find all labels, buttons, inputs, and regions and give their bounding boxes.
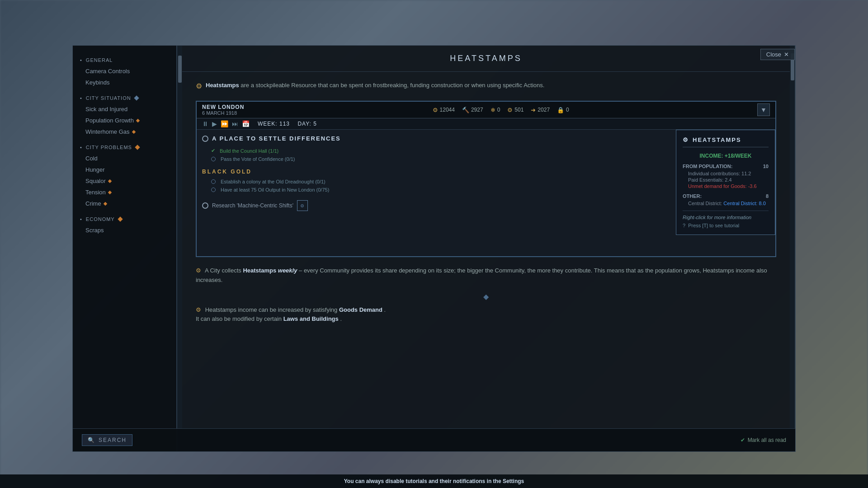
desc2-bold2: Laws and Buildings (283, 315, 339, 322)
sick-injured-label: Sick and Injured (85, 106, 127, 113)
research-quest-icon (202, 202, 208, 209)
resource-cold: ❄ 0 (491, 107, 500, 113)
individual-contributions: Individual contributions: 11.2 (688, 171, 751, 176)
sidebar-item-winterhome-gas[interactable]: Winterhome Gas (73, 126, 176, 137)
from-pop-value: 10 (763, 164, 769, 169)
close-button[interactable]: Close ✕ (760, 49, 795, 60)
sidebar-item-crime[interactable]: Crime (73, 198, 176, 209)
sidebar-item-population-growth[interactable]: Population Growth (73, 115, 176, 126)
popup-income-value: +18/WEEK (725, 153, 752, 159)
game-controls: ⏸ ▶ ⏩ ⏭ 📅 WEEK: 113 DAY: 5 (197, 118, 775, 130)
arrow-value: 2027 (538, 107, 550, 113)
bottom-bar: 🔍 SEARCH ✔ Mark all as read (73, 428, 795, 451)
sidebar-item-camera-controls[interactable]: Camera Controls (73, 66, 176, 77)
central-district-value: Central District: 8.0 (723, 201, 766, 206)
city-date: 6 MARCH 1918 (202, 110, 244, 116)
calendar-icon: 📅 (242, 120, 250, 127)
sub-quest-icon-4 (211, 188, 216, 192)
other-header: OTHER: 8 (683, 193, 769, 199)
popup-title: ⚙ HEATSTAMPS (683, 136, 769, 147)
quest-title-text: A PLACE TO SETTLE DIFFERENCES (212, 135, 341, 142)
hint-text: Right-click for more information (683, 215, 751, 220)
pause-btn[interactable]: ⏸ (202, 120, 208, 127)
page-title: HEATSTAMPS (450, 54, 522, 63)
section-header-city-situation: • CITY SITUATION (73, 93, 176, 103)
desc2-bold1: Goods Demand (339, 306, 382, 313)
sidebar-scrollbar[interactable] (177, 46, 182, 451)
sidebar-item-hunger[interactable]: Hunger (73, 164, 176, 175)
desc1-pre: A City collects (205, 267, 243, 274)
sidebar-item-tension[interactable]: Tension (73, 187, 176, 198)
sidebar-item-sick-injured[interactable]: Sick and Injured (73, 103, 176, 115)
diamond-icon-tension (108, 190, 112, 194)
sub-quest-icon-3 (211, 179, 216, 184)
desc2-pre: Heatstamps income can be increased by sa… (205, 306, 339, 313)
stamps-icon: ⚙ (507, 107, 513, 113)
scrollbar-thumb (178, 56, 182, 83)
content-scrollbar[interactable] (790, 46, 795, 451)
search-placeholder: SEARCH (99, 437, 127, 443)
settings-bold: Settings (503, 478, 524, 484)
from-pop-label: FROM POPULATION: (683, 164, 732, 169)
search-icon: 🔍 (88, 437, 95, 443)
black-gold-task-2-text: Have at least 75 Oil Output in New Londo… (221, 187, 329, 192)
section-header-economy: • ECONOMY (73, 214, 176, 225)
bullet-city-situation: • (80, 95, 82, 101)
desc2-post: . (340, 315, 342, 322)
from-population-header: FROM POPULATION: 10 (683, 164, 769, 169)
popup-icon: ⚙ (683, 136, 689, 143)
cold-label: Cold (85, 155, 98, 162)
game-preview: NEW LONDON 6 MARCH 1918 ⚙ 12044 🔨 2927 (196, 101, 776, 257)
lock-icon: 🔒 (557, 107, 564, 113)
intro-paragraph: Heatstamps are a stockpileable Resource … (206, 81, 544, 90)
sidebar-item-scraps[interactable]: Scraps (73, 225, 176, 236)
task-1-text: Build the Council Hall (1/1) (220, 148, 278, 154)
resource-hammer: 🔨 2927 (462, 107, 483, 113)
sidebar-section-city-situation: • CITY SITUATION Sick and Injured Popula… (73, 93, 176, 137)
city-name: NEW LONDON (202, 104, 244, 110)
sidebar-item-cold[interactable]: Cold (73, 153, 176, 164)
stamps-value: 501 (514, 107, 524, 113)
nav-arrow-down[interactable]: ▼ (757, 103, 770, 116)
desc1-bold1: Heatstamps (243, 267, 276, 274)
section-diamond-city-situation (134, 95, 139, 100)
resource-bar: ⚙ 12044 🔨 2927 ❄ 0 (433, 107, 569, 113)
game-topbar: NEW LONDON 6 MARCH 1918 ⚙ 12044 🔨 2927 (197, 102, 775, 118)
unmet-demand-row: Unmet demand for Goods: -3.6 (683, 183, 769, 189)
heatstamp-popup: ⚙ HEATSTAMPS INCOME: +18/WEEK FROM POPUL… (676, 130, 775, 235)
popup-title-text: HEATSTAMPS (693, 136, 741, 143)
intro-body: are a stockpileable Resource that can be… (239, 82, 545, 89)
play-btn[interactable]: ▶ (212, 120, 217, 127)
crime-label: Crime (85, 200, 101, 207)
resource-cogs: ⚙ 12044 (433, 107, 455, 113)
sidebar-item-keybinds[interactable]: Keybinds (73, 77, 176, 88)
description-1: ⚙ A City collects Heatstamps weekly – ev… (196, 266, 776, 285)
quest-icon (202, 136, 208, 142)
close-icon: ✕ (784, 51, 789, 58)
section-label-economy: ECONOMY (86, 216, 115, 222)
resource-stamps: ⚙ 501 (507, 107, 524, 113)
popup-tutorial: ? Press [T] to see tutorial (683, 223, 769, 228)
sidebar-item-squalor[interactable]: Squalor (73, 175, 176, 187)
mark-all-read-btn[interactable]: ✔ Mark all as read (741, 437, 786, 443)
sidebar-section-economy: • ECONOMY Scraps (73, 214, 176, 236)
section-diamond-city-problems (135, 145, 140, 150)
section-header-general: • GENERAL (73, 55, 176, 66)
tutorial-text: Press [T] to see tutorial (688, 223, 739, 228)
search-bar[interactable]: 🔍 SEARCH (82, 434, 132, 446)
day-text: DAY: 5 (297, 121, 316, 127)
sidebar-section-city-problems: • CITY PROBLEMS Cold Hunger Squalor Tens… (73, 142, 176, 209)
description-2: ⚙ Heatstamps income can be increased by … (196, 305, 776, 324)
section-label-city-situation: CITY SITUATION (86, 95, 131, 101)
checkmark-icon: ✔ (211, 148, 215, 154)
bullet-city-problems: • (80, 145, 82, 150)
diamond-icon-winterhome (132, 130, 135, 133)
settings-hint-text: You can always disable tutorials and the… (344, 478, 503, 484)
fastest-btn[interactable]: ⏭ (232, 120, 238, 127)
popup-other: OTHER: 8 Central District: Central Distr… (683, 193, 769, 206)
desc2-icon: ⚙ (196, 306, 201, 313)
divider: ◆ (196, 292, 776, 301)
section-header-city-problems: • CITY PROBLEMS (73, 142, 176, 153)
page-title-bar: HEATSTAMPS (182, 46, 790, 72)
fast-btn[interactable]: ⏩ (221, 120, 228, 127)
